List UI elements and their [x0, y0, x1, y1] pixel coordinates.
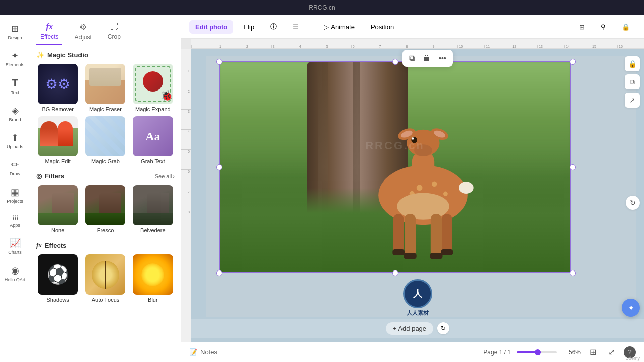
- menu-button[interactable]: ☰: [287, 20, 305, 34]
- ruler-tick: 11: [484, 45, 511, 48]
- add-page-bar: + Add page ↻: [191, 319, 644, 338]
- sidebar-item-elements[interactable]: ✦ Elements: [2, 46, 28, 71]
- magic-eraser-thumb: [85, 64, 125, 104]
- animate-button[interactable]: ▷ Animate: [317, 20, 361, 34]
- handle-tr[interactable]: [570, 59, 576, 65]
- sidebar-item-projects[interactable]: ▦ Projects: [2, 183, 28, 208]
- sidebar-item-label: Text: [11, 90, 19, 95]
- notes-button[interactable]: 📝 Notes: [189, 348, 217, 356]
- sidebar-item-brand[interactable]: ◈ Brand: [2, 101, 28, 126]
- sidebar-item-label: Charts: [8, 250, 22, 255]
- watermark-text: RRCG.cn: [365, 139, 425, 152]
- add-page-button[interactable]: + Add page: [386, 322, 433, 335]
- v-tick: 2: [181, 89, 191, 109]
- panel: fx Effects ⚙ Adjust ⛶ Crop ✨ Magic Studi…: [30, 15, 181, 362]
- v-tick: 5: [181, 149, 191, 169]
- magic-grab-label: Magic Grab: [91, 158, 120, 164]
- grid-view-btn[interactable]: ⊞: [587, 345, 599, 359]
- handle-bl[interactable]: [216, 270, 222, 276]
- sidebar-item-design[interactable]: ⊞ Design: [2, 19, 28, 44]
- image-frame[interactable]: RRCG.cn: [219, 61, 571, 273]
- edit-photo-button[interactable]: Edit photo: [189, 20, 233, 34]
- sidebar-item-uploads[interactable]: ⬆ Uploads: [2, 128, 28, 153]
- add-page-label: + Add page: [393, 325, 426, 332]
- position-button[interactable]: Position: [365, 20, 400, 34]
- sidebar-item-draw[interactable]: ✏ Draw: [2, 155, 28, 180]
- context-more-btn[interactable]: •••: [435, 52, 450, 64]
- charts-icon: 📈: [10, 238, 21, 249]
- sidebar-item-label: Uploads: [7, 144, 23, 149]
- logo-inner-icon: 人: [413, 288, 422, 300]
- magic-studio-icon: ✨: [36, 51, 44, 59]
- effect-shadows-item[interactable]: ⚽ Shadows: [36, 254, 79, 303]
- effect-blur-label: Blur: [148, 297, 158, 303]
- grab-text-item[interactable]: Aa Grab Text: [131, 116, 175, 164]
- filter-none-item[interactable]: None: [36, 185, 79, 233]
- context-delete-btn[interactable]: 🗑: [419, 52, 434, 65]
- sidebar-item-text[interactable]: T Text: [2, 73, 28, 99]
- action-copy-btn[interactable]: ⧉: [625, 74, 640, 89]
- ruler-tick: 8: [405, 45, 431, 48]
- action-share-btn[interactable]: ↗: [625, 93, 640, 108]
- tab-effects[interactable]: fx Effects: [36, 19, 62, 45]
- magic-expand-item[interactable]: 🐞 Magic Expand: [131, 64, 175, 112]
- effects-grid: ⚽ Shadows Auto Focus: [36, 254, 175, 303]
- refresh-btn[interactable]: ↻: [626, 196, 640, 210]
- ruler-corner: [181, 39, 191, 49]
- tab-crop[interactable]: ⛶ Crop: [104, 19, 125, 45]
- handle-tl[interactable]: [216, 59, 222, 65]
- add-page-refresh-btn[interactable]: ↻: [437, 322, 449, 334]
- sidebar-item-label: Brand: [9, 117, 21, 122]
- svg-rect-18: [405, 214, 416, 258]
- ruler-tick: 14: [564, 45, 591, 48]
- expand-btn[interactable]: ⤢: [605, 345, 618, 359]
- sidebar-item-helloqart[interactable]: ◉ Hello QArt: [2, 261, 28, 286]
- ruler-tick: 5: [325, 45, 351, 48]
- info-button[interactable]: ⓘ: [264, 19, 283, 34]
- effects-tab-label: Effects: [40, 33, 58, 40]
- effects-tab-icon: fx: [46, 22, 53, 31]
- handle-tc[interactable]: [392, 59, 398, 65]
- v-tick: 7: [181, 190, 191, 210]
- handle-br[interactable]: [570, 270, 576, 276]
- magic-eraser-label: Magic Eraser: [89, 106, 122, 112]
- handle-bc[interactable]: [392, 270, 398, 276]
- canvas-wrapper: 1 2 3 4 5 6 7 8: [181, 49, 644, 342]
- slider-thumb: [535, 349, 541, 355]
- magic-expand-label: Magic Expand: [135, 106, 171, 112]
- magic-edit-item[interactable]: Magic Edit: [36, 116, 79, 164]
- flip-button[interactable]: Flip: [237, 20, 260, 34]
- lock-tb-button[interactable]: 🔒: [616, 20, 636, 34]
- bg-remover-item[interactable]: ⚙ BG Remover: [36, 64, 79, 112]
- vertical-ruler: 1 2 3 4 5 6 7 8: [181, 49, 191, 342]
- handle-mr[interactable]: [570, 164, 576, 170]
- filter-fresco-item[interactable]: Fresco: [84, 185, 127, 233]
- magic-eraser-item[interactable]: Magic Eraser: [84, 64, 127, 112]
- svg-point-11: [432, 181, 437, 186]
- text-icon: T: [12, 77, 18, 89]
- title-text: RRCG.cn: [309, 4, 335, 11]
- context-copy-btn[interactable]: ⧉: [406, 52, 418, 65]
- sidebar-item-apps[interactable]: ⁞⁞⁞ Apps: [2, 210, 28, 232]
- handle-ml[interactable]: [216, 164, 222, 170]
- magic-grab-thumb: [85, 116, 125, 156]
- tab-adjust[interactable]: ⚙ Adjust: [70, 19, 95, 45]
- ruler-tick: 16: [617, 45, 644, 48]
- effect-blur-item[interactable]: Blur: [131, 254, 175, 303]
- ruler-ticks: 1 2 3 4 5 6 7 8 9 10 11 12 13 14 15 16: [191, 45, 644, 48]
- filter-belvedere-item[interactable]: Belvedere: [131, 185, 175, 233]
- uploads-icon: ⬆: [11, 132, 19, 143]
- ai-assist-btn[interactable]: ✦: [622, 299, 640, 317]
- grid-button[interactable]: ⊞: [573, 20, 591, 34]
- ruler-tick: 6: [351, 45, 378, 48]
- sidebar-item-charts[interactable]: 📈 Charts: [2, 234, 28, 259]
- magic-grab-item[interactable]: Magic Grab: [84, 116, 127, 164]
- filter-tb-icon: ⚲: [601, 23, 606, 31]
- filter-none-label: None: [51, 227, 64, 233]
- magic-studio-title: Magic Studio: [47, 51, 88, 59]
- zoom-slider[interactable]: [517, 351, 557, 353]
- see-all-button[interactable]: See all ›: [155, 173, 175, 179]
- action-lock-btn[interactable]: 🔒: [625, 56, 640, 71]
- filter-tb-button[interactable]: ⚲: [595, 20, 612, 34]
- effect-autofocus-item[interactable]: Auto Focus: [84, 254, 127, 303]
